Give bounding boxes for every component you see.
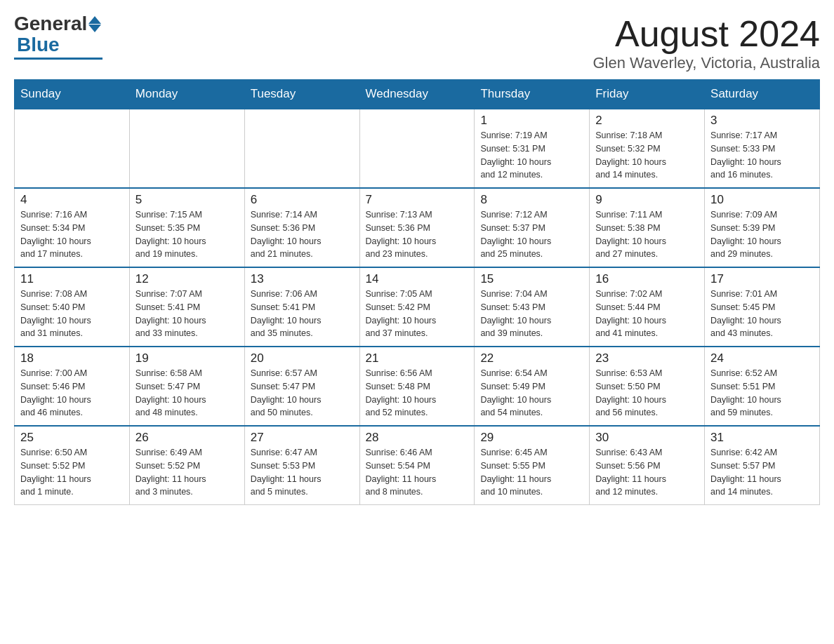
- calendar-header-row: Sunday Monday Tuesday Wednesday Thursday…: [15, 80, 820, 109]
- day-info: Sunrise: 7:04 AM Sunset: 5:43 PM Dayligh…: [480, 288, 583, 340]
- day-number: 17: [710, 272, 814, 286]
- logo-blue-text: Blue: [17, 34, 60, 56]
- logo-general-text: General: [14, 14, 87, 34]
- day-info: Sunrise: 7:13 AM Sunset: 5:36 PM Dayligh…: [366, 208, 469, 261]
- table-row: 4Sunrise: 7:16 AM Sunset: 5:34 PM Daylig…: [15, 188, 130, 267]
- table-row: 1Sunrise: 7:19 AM Sunset: 5:31 PM Daylig…: [475, 109, 590, 188]
- table-row: 23Sunrise: 6:53 AM Sunset: 5:50 PM Dayli…: [590, 347, 705, 426]
- table-row: 6Sunrise: 7:14 AM Sunset: 5:36 PM Daylig…: [244, 188, 359, 267]
- day-number: 21: [366, 351, 469, 365]
- table-row: 16Sunrise: 7:02 AM Sunset: 5:44 PM Dayli…: [590, 267, 705, 347]
- day-info: Sunrise: 6:45 AM Sunset: 5:55 PM Dayligh…: [480, 446, 583, 499]
- day-number: 6: [251, 193, 354, 207]
- day-info: Sunrise: 7:19 AM Sunset: 5:31 PM Dayligh…: [480, 129, 583, 182]
- header-friday: Friday: [590, 80, 705, 109]
- day-number: 28: [366, 431, 469, 445]
- table-row: 3Sunrise: 7:17 AM Sunset: 5:33 PM Daylig…: [705, 109, 820, 188]
- calendar-table: Sunday Monday Tuesday Wednesday Thursday…: [14, 79, 820, 505]
- day-number: 27: [251, 431, 354, 445]
- day-number: 8: [480, 193, 583, 207]
- logo-triangle-up-icon: [88, 16, 101, 24]
- table-row: [129, 109, 244, 188]
- day-number: 3: [710, 114, 814, 128]
- calendar-week-2: 4Sunrise: 7:16 AM Sunset: 5:34 PM Daylig…: [15, 188, 820, 267]
- day-info: Sunrise: 7:01 AM Sunset: 5:45 PM Dayligh…: [710, 288, 814, 340]
- day-number: 10: [710, 193, 814, 207]
- table-row: 28Sunrise: 6:46 AM Sunset: 5:54 PM Dayli…: [359, 426, 475, 505]
- logo-underline: [14, 58, 102, 60]
- day-number: 23: [595, 351, 699, 365]
- table-row: 30Sunrise: 6:43 AM Sunset: 5:56 PM Dayli…: [590, 426, 705, 505]
- header-wednesday: Wednesday: [359, 80, 475, 109]
- day-info: Sunrise: 6:46 AM Sunset: 5:54 PM Dayligh…: [366, 446, 469, 499]
- day-info: Sunrise: 7:17 AM Sunset: 5:33 PM Dayligh…: [710, 129, 814, 182]
- table-row: 11Sunrise: 7:08 AM Sunset: 5:40 PM Dayli…: [15, 267, 130, 347]
- day-number: 4: [20, 193, 124, 207]
- day-number: 7: [366, 193, 469, 207]
- day-info: Sunrise: 7:08 AM Sunset: 5:40 PM Dayligh…: [20, 288, 124, 340]
- day-number: 26: [135, 431, 239, 445]
- day-info: Sunrise: 7:16 AM Sunset: 5:34 PM Dayligh…: [20, 208, 124, 261]
- day-info: Sunrise: 7:05 AM Sunset: 5:42 PM Dayligh…: [366, 288, 469, 340]
- day-number: 18: [20, 351, 124, 365]
- day-info: Sunrise: 6:50 AM Sunset: 5:52 PM Dayligh…: [20, 446, 124, 499]
- calendar-week-3: 11Sunrise: 7:08 AM Sunset: 5:40 PM Dayli…: [15, 267, 820, 347]
- day-number: 14: [366, 272, 469, 286]
- header-tuesday: Tuesday: [244, 80, 359, 109]
- page-header: General Blue August 2024 Glen Waverley, …: [14, 14, 820, 72]
- day-info: Sunrise: 6:53 AM Sunset: 5:50 PM Dayligh…: [595, 367, 699, 420]
- logo-triangle-down-icon: [88, 25, 101, 32]
- day-info: Sunrise: 6:49 AM Sunset: 5:52 PM Dayligh…: [135, 446, 239, 499]
- day-info: Sunrise: 6:58 AM Sunset: 5:47 PM Dayligh…: [135, 367, 239, 420]
- day-number: 12: [135, 272, 239, 286]
- table-row: 8Sunrise: 7:12 AM Sunset: 5:37 PM Daylig…: [475, 188, 590, 267]
- table-row: 13Sunrise: 7:06 AM Sunset: 5:41 PM Dayli…: [244, 267, 359, 347]
- table-row: 12Sunrise: 7:07 AM Sunset: 5:41 PM Dayli…: [129, 267, 244, 347]
- table-row: [244, 109, 359, 188]
- day-info: Sunrise: 6:52 AM Sunset: 5:51 PM Dayligh…: [710, 367, 814, 420]
- day-info: Sunrise: 7:00 AM Sunset: 5:46 PM Dayligh…: [20, 367, 124, 420]
- table-row: 22Sunrise: 6:54 AM Sunset: 5:49 PM Dayli…: [475, 347, 590, 426]
- day-info: Sunrise: 7:15 AM Sunset: 5:35 PM Dayligh…: [135, 208, 239, 261]
- header-monday: Monday: [129, 80, 244, 109]
- calendar-week-5: 25Sunrise: 6:50 AM Sunset: 5:52 PM Dayli…: [15, 426, 820, 505]
- day-info: Sunrise: 7:02 AM Sunset: 5:44 PM Dayligh…: [595, 288, 699, 340]
- day-number: 22: [480, 351, 583, 365]
- day-number: 9: [595, 193, 699, 207]
- table-row: 2Sunrise: 7:18 AM Sunset: 5:32 PM Daylig…: [590, 109, 705, 188]
- day-number: 20: [251, 351, 354, 365]
- day-info: Sunrise: 6:56 AM Sunset: 5:48 PM Dayligh…: [366, 367, 469, 420]
- table-row: 21Sunrise: 6:56 AM Sunset: 5:48 PM Dayli…: [359, 347, 475, 426]
- day-number: 19: [135, 351, 239, 365]
- table-row: 19Sunrise: 6:58 AM Sunset: 5:47 PM Dayli…: [129, 347, 244, 426]
- month-year-title: August 2024: [593, 14, 820, 54]
- table-row: 24Sunrise: 6:52 AM Sunset: 5:51 PM Dayli…: [705, 347, 820, 426]
- table-row: 26Sunrise: 6:49 AM Sunset: 5:52 PM Dayli…: [129, 426, 244, 505]
- day-info: Sunrise: 7:12 AM Sunset: 5:37 PM Dayligh…: [480, 208, 583, 261]
- day-number: 1: [480, 114, 583, 128]
- day-number: 5: [135, 193, 239, 207]
- day-number: 2: [595, 114, 699, 128]
- table-row: 7Sunrise: 7:13 AM Sunset: 5:36 PM Daylig…: [359, 188, 475, 267]
- day-info: Sunrise: 7:06 AM Sunset: 5:41 PM Dayligh…: [251, 288, 354, 340]
- day-info: Sunrise: 7:11 AM Sunset: 5:38 PM Dayligh…: [595, 208, 699, 261]
- table-row: 9Sunrise: 7:11 AM Sunset: 5:38 PM Daylig…: [590, 188, 705, 267]
- day-number: 25: [20, 431, 124, 445]
- header-thursday: Thursday: [475, 80, 590, 109]
- calendar-week-4: 18Sunrise: 7:00 AM Sunset: 5:46 PM Dayli…: [15, 347, 820, 426]
- table-row: 5Sunrise: 7:15 AM Sunset: 5:35 PM Daylig…: [129, 188, 244, 267]
- location-subtitle: Glen Waverley, Victoria, Australia: [593, 54, 820, 72]
- day-info: Sunrise: 6:57 AM Sunset: 5:47 PM Dayligh…: [251, 367, 354, 420]
- table-row: [359, 109, 475, 188]
- day-number: 13: [251, 272, 354, 286]
- table-row: 20Sunrise: 6:57 AM Sunset: 5:47 PM Dayli…: [244, 347, 359, 426]
- day-info: Sunrise: 6:42 AM Sunset: 5:57 PM Dayligh…: [710, 446, 814, 499]
- day-info: Sunrise: 7:14 AM Sunset: 5:36 PM Dayligh…: [251, 208, 354, 261]
- table-row: 10Sunrise: 7:09 AM Sunset: 5:39 PM Dayli…: [705, 188, 820, 267]
- table-row: [15, 109, 130, 188]
- day-info: Sunrise: 7:07 AM Sunset: 5:41 PM Dayligh…: [135, 288, 239, 340]
- day-number: 31: [710, 431, 814, 445]
- table-row: 25Sunrise: 6:50 AM Sunset: 5:52 PM Dayli…: [15, 426, 130, 505]
- logo: General Blue: [14, 14, 102, 60]
- title-block: August 2024 Glen Waverley, Victoria, Aus…: [593, 14, 820, 72]
